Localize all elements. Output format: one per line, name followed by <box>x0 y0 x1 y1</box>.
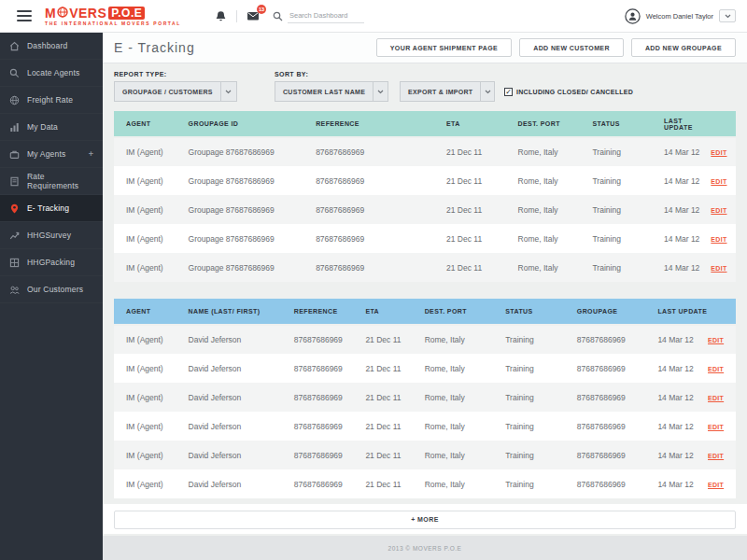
table-cell: Groupage 87687686969 <box>176 195 304 224</box>
checkbox-check-icon: ✓ <box>504 88 513 96</box>
sort-by-dropdown[interactable]: CUSTOMER LAST NAME <box>275 81 388 102</box>
table-cell: IM (Agent) <box>114 137 176 166</box>
avatar-icon[interactable] <box>625 8 641 24</box>
table-cell: 87687686969 <box>282 441 354 469</box>
edit-link[interactable]: EDIT <box>711 265 726 272</box>
sidebar-item-dashboard[interactable]: Dashboard <box>0 33 103 60</box>
add-new-groupage-button[interactable]: ADD NEW GROUPAGE <box>631 38 736 57</box>
hamburger-menu-icon[interactable] <box>17 10 32 21</box>
table-cell: David Jeferson <box>176 354 282 383</box>
table-cell: EDIT <box>711 224 736 253</box>
table-cell: EDIT <box>708 469 736 498</box>
column-header <box>708 299 736 325</box>
table-cell: EDIT <box>708 354 736 383</box>
edit-link[interactable]: EDIT <box>708 424 724 430</box>
table-cell: Rome, Italy <box>506 253 581 282</box>
table-cell: 87687686969 <box>282 383 354 412</box>
edit-link[interactable]: EDIT <box>711 207 726 214</box>
table-cell: Training <box>580 166 652 195</box>
table-cell: Rome, Italy <box>506 224 581 253</box>
user-name: Welcom Daniel Taylor <box>646 12 713 21</box>
sidebar-item-e-tracking[interactable]: E- Tracking <box>0 195 103 222</box>
table-cell: David Jeferson <box>176 469 282 498</box>
column-header: AGENT <box>114 299 176 325</box>
table-cell: EDIT <box>708 441 736 469</box>
sidebar-item-my-data[interactable]: My Data <box>0 114 103 141</box>
sidebar-item-our-customers[interactable]: Our Customers <box>0 276 103 303</box>
search-input[interactable] <box>288 9 364 23</box>
including-closed-checkbox[interactable]: ✓ INCLUDING CLOSED/ CANCELLED <box>504 88 633 96</box>
table-cell: Rome, Italy <box>506 137 581 166</box>
table-cell: IM (Agent) <box>114 354 176 383</box>
table-cell: 14 Mar 12 <box>652 195 711 224</box>
sidebar-nav: Dashboard Locate Agents Freight Rate My … <box>0 33 103 560</box>
page-title-bar: E - Tracking YOUR AGENT SHIPMENT PAGE AD… <box>103 33 747 63</box>
sidebar-item-hhgsurvey[interactable]: HHGSurvey <box>0 222 103 249</box>
messages-icon[interactable]: 13 <box>247 10 260 21</box>
table-cell: 87687686969 <box>565 412 646 441</box>
edit-link[interactable]: EDIT <box>711 178 726 185</box>
table-cell: 87687686969 <box>303 137 434 166</box>
table-cell: 87687686969 <box>565 469 646 498</box>
map-pin-icon <box>9 203 20 214</box>
expand-plus-icon[interactable]: + <box>89 149 93 159</box>
sidebar-item-freight-rate[interactable]: Freight Rate <box>0 87 103 114</box>
globe-icon <box>9 95 20 105</box>
your-agent-shipment-page-button[interactable]: YOUR AGENT SHIPMENT PAGE <box>376 38 512 57</box>
table-cell: 14 Mar 12 <box>645 325 708 354</box>
table-cell: 14 Mar 12 <box>652 137 711 166</box>
filter-bar: REPORT TYPE: GROUPAGE / CUSTOMERS SORT B… <box>103 63 747 111</box>
table-cell: 21 Dec 11 <box>434 195 506 224</box>
bell-icon[interactable] <box>215 10 227 22</box>
table-cell: 87687686969 <box>282 412 354 441</box>
home-icon <box>9 41 20 51</box>
sidebar-item-hhgpacking[interactable]: HHGPacking <box>0 249 103 276</box>
table-cell: 14 Mar 12 <box>645 469 708 498</box>
edit-link[interactable]: EDIT <box>708 395 724 401</box>
table-row: IM (Agent)David Jeferson8768768696921 De… <box>114 441 736 469</box>
table-cell: 14 Mar 12 <box>645 383 708 412</box>
table-cell: IM (Agent) <box>114 253 176 282</box>
user-menu-button[interactable] <box>719 9 736 22</box>
briefcase-icon <box>9 149 20 160</box>
column-header: GROUPAGE ID <box>176 111 304 137</box>
add-new-customer-button[interactable]: ADD NEW CUSTOMER <box>519 38 624 57</box>
report-type-dropdown[interactable]: GROUPAGE / CUSTOMERS <box>114 81 237 102</box>
edit-link[interactable]: EDIT <box>708 337 724 343</box>
table-cell: EDIT <box>711 137 736 166</box>
column-header: ETA <box>434 111 506 137</box>
brand-tagline: THE INTERNATIONAL MOVERS PORTAL <box>45 21 181 26</box>
edit-link[interactable]: EDIT <box>708 482 724 488</box>
table-cell: IM (Agent) <box>114 166 176 195</box>
sidebar-item-my-agents[interactable]: My Agents + <box>0 141 103 168</box>
customers-table-header: AGENT NAME (LAST/ FIRST) REFERENCE ETA D… <box>114 299 736 325</box>
table-cell: EDIT <box>708 383 736 412</box>
table-cell: 87687686969 <box>565 383 646 412</box>
edit-link[interactable]: EDIT <box>708 453 724 459</box>
column-header: REFERENCE <box>303 111 434 137</box>
edit-link[interactable]: EDIT <box>708 366 724 372</box>
table-cell: 87687686969 <box>303 166 434 195</box>
table-cell: Training <box>493 383 565 412</box>
page-title: E - Tracking <box>114 40 195 55</box>
edit-link[interactable]: EDIT <box>711 149 726 156</box>
sidebar-item-locate-agents[interactable]: Locate Agents <box>0 60 103 87</box>
edit-link[interactable]: EDIT <box>711 236 726 243</box>
users-icon <box>9 285 20 295</box>
table-cell: EDIT <box>708 412 736 441</box>
export-import-dropdown[interactable]: EXPORT & IMPORT <box>400 81 495 102</box>
brand-box-text: P.O.E <box>108 7 145 20</box>
table-cell: 21 Dec 11 <box>434 137 506 166</box>
more-button[interactable]: + MORE <box>114 511 736 529</box>
sort-by-label: SORT BY: <box>275 71 388 77</box>
table-cell: IM (Agent) <box>114 224 176 253</box>
globe-icon <box>57 7 68 20</box>
table-cell: 21 Dec 11 <box>353 325 412 354</box>
table-cell: Groupage 87687686969 <box>176 137 304 166</box>
bar-chart-icon <box>9 122 20 133</box>
sidebar-item-rate-requirements[interactable]: Rate Requirements <box>0 168 103 195</box>
table-cell: Rome, Italy <box>413 469 494 498</box>
table-cell: 87687686969 <box>565 441 646 469</box>
table-cell: IM (Agent) <box>114 441 176 469</box>
table-cell: Rome, Italy <box>506 195 581 224</box>
